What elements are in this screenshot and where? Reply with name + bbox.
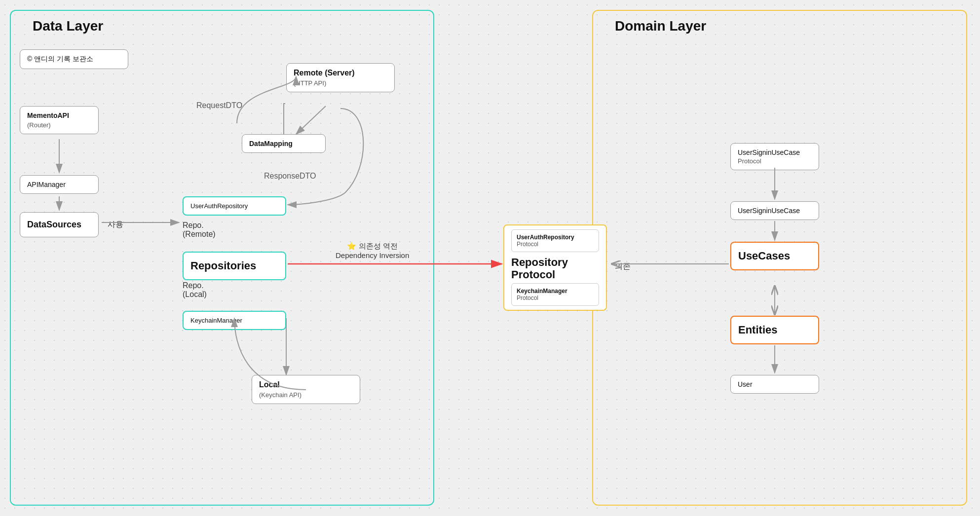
api-manager-text: APIManager (27, 181, 91, 188)
user-signin-usecase-protocol-sub: Protocol (738, 157, 812, 165)
keychain-manager-protocol-box: KeychainManager Protocol (511, 283, 599, 306)
response-dto-label: ResponseDTO (264, 172, 316, 181)
memento-api-title: MementoAPI (27, 111, 91, 119)
data-mapping-box: DataMapping (242, 134, 326, 153)
user-signin-usecase-box: UserSigninUseCase (730, 201, 819, 220)
local-box: Local (Keychain API) (252, 375, 360, 404)
remote-title: Remote (Server) (294, 69, 387, 77)
domain-layer-title: Domain Layer (603, 10, 718, 42)
data-sources-text: DataSources (27, 220, 91, 230)
repository-protocol-outer: UserAuthRepository Protocol RepositoryPr… (503, 224, 607, 311)
dep-inversion-korean: ⭐ 의존성 역전 (336, 242, 409, 251)
repo-local-title: Repo. (183, 281, 204, 290)
repo-local-sub: (Local) (183, 290, 207, 298)
local-title: Local (259, 380, 353, 389)
use-label: 사용 (108, 220, 123, 230)
usecases-box: UseCases (730, 242, 819, 270)
user-signin-usecase-text: UserSigninUseCase (738, 207, 812, 215)
keychain-manager-text: KeychainManager (190, 317, 278, 324)
user-auth-repo-box: UserAuthRepository (183, 196, 286, 216)
repo-remote-sub: (Remote) (183, 230, 216, 238)
user-signin-usecase-protocol-title: UserSigninUseCase (738, 148, 812, 156)
memento-api-sub: (Router) (27, 121, 91, 129)
user-text: User (738, 380, 812, 388)
repositories-text: Repositories (190, 259, 278, 272)
data-mapping-text: DataMapping (249, 140, 318, 147)
copyright-text: © 앤디의 기록 보관소 (27, 55, 93, 63)
request-dto-label: RequestDTO (196, 101, 242, 110)
user-auth-repo-protocol-title: UserAuthRepository (517, 234, 594, 241)
repo-remote-title: Repo. (183, 221, 204, 229)
repo-local-group: Repo. (Local) (183, 281, 207, 299)
user-auth-repo-protocol-box: UserAuthRepository Protocol (511, 229, 599, 252)
user-auth-repo-text: UserAuthRepository (190, 202, 278, 210)
remote-sub: (HTTP API) (294, 79, 387, 87)
user-auth-repo-protocol-sub: Protocol (517, 241, 594, 248)
keychain-manager-box: KeychainManager (183, 311, 286, 330)
keychain-manager-protocol-sub: Protocol (517, 295, 594, 301)
copyright-box: © 앤디의 기록 보관소 (20, 49, 128, 69)
repositories-box: Repositories (183, 252, 286, 280)
dep-inversion-english: Dependency Inversion (336, 251, 409, 259)
usecases-text: UseCases (738, 250, 811, 262)
entities-box: Entities (730, 316, 819, 344)
api-manager-box: APIManager (20, 175, 99, 194)
remote-server-box: Remote (Server) (HTTP API) (286, 63, 395, 92)
memento-api-box: MementoAPI (Router) (20, 106, 99, 134)
repo-remote-group: Repo. (Remote) (183, 221, 216, 239)
user-signin-usecase-protocol-box: UserSigninUseCase Protocol (730, 143, 819, 170)
keychain-manager-protocol-title: KeychainManager (517, 288, 594, 295)
user-box: User (730, 375, 819, 394)
depends-label: 의존 (615, 261, 631, 272)
entities-text: Entities (738, 324, 811, 336)
local-sub: (Keychain API) (259, 391, 353, 399)
data-layer-title: Data Layer (21, 10, 115, 42)
data-sources-box: DataSources (20, 212, 99, 237)
dep-inversion-label: ⭐ 의존성 역전 Dependency Inversion (336, 242, 409, 259)
repository-protocol-title: RepositoryProtocol (511, 256, 599, 281)
